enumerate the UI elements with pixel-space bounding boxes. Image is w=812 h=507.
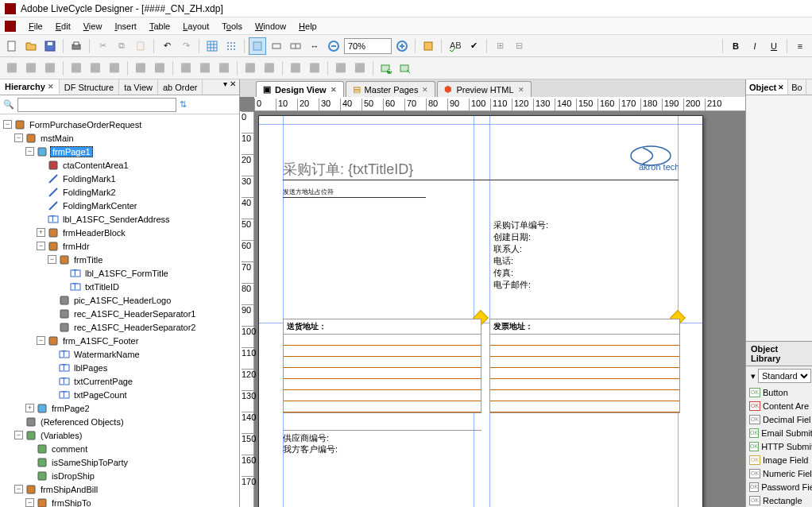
tab-data-view[interactable]: ta View — [119, 79, 158, 95]
tree-node-frmHdr[interactable]: −frmHdr — [0, 239, 239, 253]
menu-insert[interactable]: Insert — [108, 21, 143, 31]
tree-toggle[interactable]: − — [37, 336, 45, 345]
redo-button[interactable]: ↷ — [177, 37, 195, 55]
tree-node-rec_A1SFC_HeaderSeparator1[interactable]: rec_A1SFC_HeaderSeparator1 — [0, 307, 239, 320]
tree-node-ReferencedObjects[interactable]: (Referenced Objects) — [0, 415, 239, 428]
ungroup-button[interactable]: ⊟ — [510, 37, 528, 55]
tree-node-lbl_A1SFC_FormTitle[interactable]: Tlbl_A1SFC_FormTitle — [0, 266, 239, 280]
objlib-item[interactable]: OKContent Are — [746, 399, 812, 412]
align-middle-obj[interactable]: ⬛ — [87, 60, 104, 77]
tree-toggle[interactable] — [37, 215, 45, 223]
tree-toggle[interactable] — [37, 174, 45, 183]
tree-node-frmPage2[interactable]: +frmPage2 — [0, 401, 239, 415]
tab-master-pages[interactable]: ▤Master Pages✕ — [346, 81, 436, 97]
tree-root[interactable]: −FormPurchaseOrderRequest — [0, 118, 239, 131]
tree-toggle[interactable] — [25, 458, 34, 466]
cut-button[interactable]: ✂ — [94, 37, 111, 55]
paste-button[interactable]: 📋 — [132, 37, 149, 55]
snap-grid-button[interactable] — [222, 37, 240, 55]
chevron-down-icon[interactable]: ▾ — [746, 371, 756, 381]
same-height[interactable]: ⬛ — [196, 60, 214, 77]
tree-toggle[interactable] — [59, 269, 68, 277]
objlib-item[interactable]: OKHTTP Submit — [746, 439, 812, 453]
tree-node-frmShipTo[interactable]: −frmShipTo — [0, 496, 239, 507]
menu-edit[interactable]: Edit — [49, 21, 77, 31]
tree-node-txtTitleID[interactable]: TtxtTitleID — [0, 280, 239, 293]
tab-hierarchy[interactable]: Hierarchy✕ — [0, 79, 60, 95]
open-button[interactable] — [22, 37, 40, 55]
tree-node-mstMain[interactable]: −mstMain — [0, 131, 239, 145]
copy-button[interactable]: ⧉ — [113, 37, 130, 55]
tree-toggle[interactable]: − — [14, 431, 23, 439]
hierarchy-search-input[interactable] — [17, 98, 176, 112]
tree-toggle[interactable] — [14, 417, 23, 426]
tree-toggle[interactable]: − — [3, 120, 12, 129]
filter-icon[interactable]: ⇅ — [180, 99, 187, 110]
zoom-out-button[interactable] — [325, 37, 342, 55]
menu-table[interactable]: Table — [143, 21, 176, 31]
menu-view[interactable]: View — [77, 21, 109, 31]
align-top-obj[interactable]: ⬛ — [68, 60, 85, 77]
bill-address-block[interactable]: 发票地址： — [489, 319, 680, 413]
bold-button[interactable]: B — [727, 37, 744, 55]
tree-node-Variables[interactable]: −(Variables) — [0, 428, 239, 442]
insert-row[interactable]: ⬛ — [332, 60, 350, 77]
objlib-item[interactable]: OKEmail Submit — [746, 426, 812, 439]
spellcheck-button[interactable]: AB — [446, 37, 463, 55]
tree-toggle[interactable] — [37, 188, 45, 196]
tree-toggle[interactable]: − — [25, 147, 34, 156]
tree-node-frmPage1[interactable]: −frmPage1 — [0, 145, 239, 158]
objlib-item[interactable]: OKRectangle — [746, 493, 812, 507]
objlib-item[interactable]: OKNumeric Fiel — [746, 466, 812, 480]
fragment-insert[interactable] — [396, 60, 414, 77]
tree-node-lblPages[interactable]: TlblPages — [0, 361, 239, 374]
send-back[interactable]: ⬛ — [261, 60, 278, 77]
zoom-combo[interactable] — [344, 38, 392, 54]
hierarchy-tree[interactable]: −FormPurchaseOrderRequest−mstMain−frmPag… — [0, 114, 239, 507]
tab-preview-html[interactable]: ⬢Preview HTML✕ — [437, 81, 531, 97]
ship-address-block[interactable]: 送货地址： — [283, 319, 481, 413]
delete-row[interactable]: ⬛ — [351, 60, 369, 77]
zoom-in-button[interactable] — [393, 37, 411, 55]
tree-toggle[interactable] — [48, 390, 56, 399]
objlib-item[interactable]: OKButton — [746, 385, 812, 399]
tree-node-WatermarkName[interactable]: TWatermarkName — [0, 347, 239, 361]
close-icon[interactable]: ✕ — [331, 86, 337, 94]
tree-toggle[interactable]: − — [25, 498, 34, 507]
objlib-item[interactable]: OKDecimal Fiel — [746, 412, 812, 426]
save-button[interactable] — [41, 37, 59, 55]
field-tool[interactable] — [287, 37, 304, 55]
tree-toggle[interactable]: + — [25, 404, 34, 412]
menu-help[interactable]: Help — [292, 21, 323, 31]
tree-toggle[interactable] — [48, 323, 56, 331]
tree-toggle[interactable]: − — [14, 485, 23, 493]
tab-design-view[interactable]: ▣Design View✕ — [256, 81, 344, 97]
wrap-subform[interactable]: ⬛ — [287, 60, 304, 77]
tree-toggle[interactable]: − — [14, 134, 23, 142]
tab-object[interactable]: Object✕ — [746, 79, 788, 95]
close-icon[interactable]: ✕ — [518, 86, 524, 94]
tree-toggle[interactable] — [25, 444, 34, 453]
select-tool[interactable] — [249, 37, 266, 55]
tree-node-FoldingMarkCenter[interactable]: FoldingMarkCenter — [0, 199, 239, 212]
objlib-item[interactable]: OKImage Field — [746, 453, 812, 466]
objlib-category-combo[interactable]: Standard — [758, 369, 811, 383]
align-right-obj[interactable]: ⬛ — [41, 60, 59, 77]
tree-toggle[interactable] — [37, 201, 45, 210]
tree-toggle[interactable] — [48, 350, 56, 358]
tree-toggle[interactable]: + — [37, 228, 45, 237]
print-button[interactable] — [68, 37, 85, 55]
tree-node-isDropShip[interactable]: isDropShip — [0, 469, 239, 482]
library-button[interactable] — [420, 37, 437, 55]
align-left-button[interactable]: ≡ — [791, 37, 809, 55]
tree-node-frm_A1SFC_Footer[interactable]: −frm_A1SFC_Footer — [0, 334, 239, 347]
distribute-v[interactable]: ⬛ — [151, 60, 168, 77]
tree-node-lbl_A1SFC_SenderAddress[interactable]: Tlbl_A1SFC_SenderAddress — [0, 212, 239, 226]
tree-toggle[interactable] — [59, 282, 68, 291]
tree-node-FoldingMark2[interactable]: FoldingMark2 — [0, 185, 239, 199]
tree-node-comment[interactable]: comment — [0, 442, 239, 455]
tree-toggle[interactable]: − — [48, 255, 56, 264]
tree-node-frmTitle[interactable]: −frmTitle — [0, 253, 239, 266]
rect-tool[interactable] — [268, 37, 285, 55]
align-left-obj[interactable]: ⬛ — [3, 60, 21, 77]
